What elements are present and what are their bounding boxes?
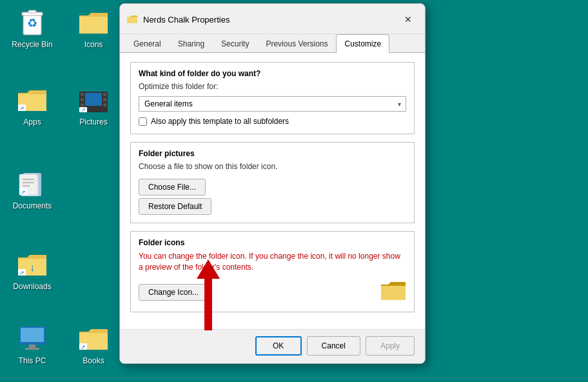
- tab-customize[interactable]: Customize: [336, 34, 389, 53]
- restore-default-button[interactable]: Restore Default: [139, 198, 211, 215]
- title-bar-icon: [126, 14, 138, 25]
- tab-general[interactable]: General: [125, 34, 170, 53]
- svg-rect-10: [81, 103, 84, 106]
- folder-pictures-subtitle: Choose a file to show on this folder ico…: [139, 162, 406, 171]
- svg-text:♻: ♻: [27, 17, 37, 30]
- dialog-footer: OK Cancel Apply: [120, 329, 425, 363]
- subfolders-checkbox[interactable]: [139, 117, 147, 126]
- desktop-icon-documents[interactable]: ↗ Documents: [6, 168, 58, 210]
- properties-dialog: Nerds Chalk Properties ✕ General Sharing…: [119, 3, 426, 364]
- apply-button[interactable]: Apply: [366, 336, 415, 356]
- title-bar: Nerds Chalk Properties ✕: [120, 4, 425, 34]
- ok-button[interactable]: OK: [255, 336, 302, 356]
- downloads-label: Downloads: [13, 282, 51, 291]
- documents-folder-icon: ↗: [17, 168, 48, 199]
- books-label: Books: [83, 356, 104, 365]
- optimize-dropdown-wrapper: General items Documents Pictures Music V…: [139, 96, 406, 112]
- recycle-bin-icon: ♻: [17, 6, 48, 37]
- svg-rect-12: [103, 98, 106, 101]
- folder-pictures-title: Folder pictures: [139, 149, 406, 158]
- close-button[interactable]: ✕: [399, 10, 417, 28]
- change-icon-button[interactable]: Change Icon...: [139, 284, 208, 301]
- title-bar-left: Nerds Chalk Properties: [126, 14, 230, 25]
- svg-rect-3: [28, 10, 36, 13]
- folder-icons-title: Folder icons: [139, 238, 406, 247]
- desktop-icon-recycle-bin[interactable]: ♻ Recycle Bin: [6, 6, 58, 49]
- thispc-icon-img: [17, 323, 48, 354]
- thispc-label: This PC: [19, 356, 46, 365]
- optimize-dropdown[interactable]: General items Documents Pictures Music V…: [139, 96, 406, 112]
- dialog-content: What kind of folder do you want? Optimiz…: [120, 53, 425, 329]
- folder-type-title: What kind of folder do you want?: [139, 69, 406, 78]
- downloads-folder-icon: ↓ ↗: [17, 248, 48, 279]
- apps-label: Apps: [23, 117, 41, 126]
- folder-type-section: What kind of folder do you want? Optimiz…: [130, 62, 415, 134]
- pictures-folder-icon: ↗: [78, 84, 109, 115]
- apps-folder-icon: ↗: [17, 84, 48, 115]
- dialog-title: Nerds Chalk Properties: [143, 15, 230, 25]
- svg-rect-8: [81, 93, 84, 96]
- subfolders-checkbox-row: Also apply this template to all subfolde…: [139, 117, 406, 126]
- folder-pictures-section: Folder pictures Choose a file to show on…: [130, 142, 415, 223]
- subfolders-label: Also apply this template to all subfolde…: [151, 117, 289, 126]
- svg-text:↗: ↗: [19, 105, 24, 112]
- svg-rect-14: [85, 93, 102, 106]
- folder-icons-row: Change Icon...: [139, 278, 406, 304]
- pictures-label: Pictures: [79, 117, 107, 126]
- choose-file-button[interactable]: Choose File...: [139, 179, 206, 196]
- icons-label: Icons: [84, 40, 103, 49]
- svg-text:↗: ↗: [19, 270, 24, 276]
- desktop-icon-apps[interactable]: ↗ Apps: [6, 84, 58, 126]
- folder-type-subtitle: Optimize this folder for:: [139, 82, 406, 91]
- tab-sharing[interactable]: Sharing: [170, 34, 213, 53]
- svg-text:↗: ↗: [81, 107, 86, 113]
- tabs-bar: General Sharing Security Previous Versio…: [120, 34, 425, 53]
- svg-rect-11: [103, 93, 106, 96]
- tab-previous-versions[interactable]: Previous Versions: [257, 34, 336, 53]
- svg-rect-29: [21, 328, 44, 342]
- folder-pictures-buttons: Choose File... Restore Default: [139, 176, 406, 215]
- desktop-icon-icons[interactable]: Icons: [68, 6, 119, 49]
- books-folder-icon: ↗: [78, 323, 109, 354]
- folder-preview-icon: [380, 278, 406, 304]
- documents-label: Documents: [13, 201, 52, 210]
- svg-text:↓: ↓: [30, 262, 35, 273]
- svg-rect-13: [103, 103, 106, 106]
- svg-text:↗: ↗: [21, 189, 26, 196]
- desktop-icon-pictures[interactable]: ↗ Pictures: [68, 84, 119, 126]
- svg-rect-9: [81, 98, 84, 101]
- tab-security[interactable]: Security: [213, 34, 257, 53]
- icons-folder-icon: [78, 6, 109, 37]
- desktop-icon-books[interactable]: ↗ Books: [68, 323, 119, 365]
- folder-icons-info: You can change the folder icon. If you c…: [139, 251, 406, 273]
- cancel-button[interactable]: Cancel: [307, 336, 360, 356]
- svg-rect-31: [25, 348, 39, 350]
- folder-icons-section: Folder icons You can change the folder i…: [130, 231, 415, 312]
- recycle-bin-label: Recycle Bin: [12, 40, 52, 49]
- desktop-icon-downloads[interactable]: ↓ ↗ Downloads: [6, 248, 58, 291]
- desktop-icon-thispc[interactable]: This PC: [6, 323, 58, 365]
- svg-text:↗: ↗: [81, 344, 86, 350]
